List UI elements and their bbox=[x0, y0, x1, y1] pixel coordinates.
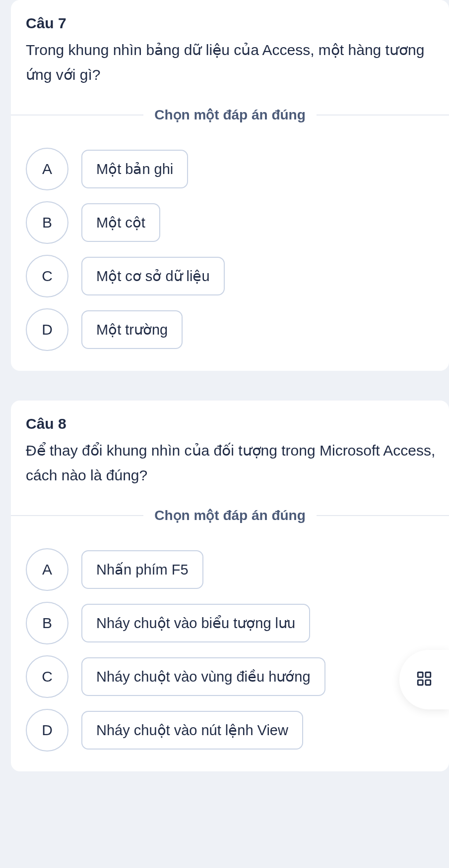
option-letter[interactable]: D bbox=[26, 308, 68, 351]
option-row[interactable]: B Một cột bbox=[26, 201, 449, 244]
divider-line bbox=[11, 115, 143, 116]
options-list: A Nhấn phím F5 B Nháy chuột vào biểu tượ… bbox=[26, 548, 449, 752]
option-row[interactable]: C Nháy chuột vào vùng điều hướng bbox=[26, 655, 449, 698]
prompt-label: Chọn một đáp án đúng bbox=[143, 507, 317, 523]
prompt-divider: Chọn một đáp án đúng bbox=[11, 507, 449, 523]
option-label[interactable]: Nhấn phím F5 bbox=[81, 550, 203, 589]
svg-rect-1 bbox=[426, 672, 431, 677]
option-row[interactable]: A Nhấn phím F5 bbox=[26, 548, 449, 591]
question-title: Câu 8 bbox=[26, 415, 449, 432]
divider-line bbox=[317, 515, 449, 516]
option-row[interactable]: C Một cơ sở dữ liệu bbox=[26, 255, 449, 297]
svg-rect-3 bbox=[426, 680, 431, 685]
svg-rect-2 bbox=[418, 680, 423, 685]
question-text: Để thay đổi khung nhìn của đối tượng tro… bbox=[26, 438, 449, 487]
option-label[interactable]: Nháy chuột vào biểu tượng lưu bbox=[81, 604, 310, 642]
option-letter[interactable]: A bbox=[26, 548, 68, 591]
divider-line bbox=[11, 515, 143, 516]
options-list: A Một bản ghi B Một cột C Một cơ sở dữ l… bbox=[26, 148, 449, 351]
prompt-label: Chọn một đáp án đúng bbox=[143, 107, 317, 123]
option-label[interactable]: Một bản ghi bbox=[81, 150, 188, 188]
question-card-7: Câu 7 Trong khung nhìn bảng dữ liệu của … bbox=[11, 0, 449, 371]
divider-line bbox=[317, 115, 449, 116]
option-row[interactable]: D Nháy chuột vào nút lệnh View bbox=[26, 709, 449, 752]
option-letter[interactable]: D bbox=[26, 709, 68, 752]
svg-rect-0 bbox=[418, 672, 423, 677]
option-row[interactable]: D Một trường bbox=[26, 308, 449, 351]
option-row[interactable]: B Nháy chuột vào biểu tượng lưu bbox=[26, 602, 449, 644]
option-label[interactable]: Nháy chuột vào vùng điều hướng bbox=[81, 657, 325, 696]
option-letter[interactable]: C bbox=[26, 255, 68, 297]
option-row[interactable]: A Một bản ghi bbox=[26, 148, 449, 190]
option-label[interactable]: Nháy chuột vào nút lệnh View bbox=[81, 711, 303, 750]
option-letter[interactable]: B bbox=[26, 201, 68, 244]
question-text: Trong khung nhìn bảng dữ liệu của Access… bbox=[26, 38, 449, 87]
option-letter[interactable]: A bbox=[26, 148, 68, 190]
option-label[interactable]: Một trường bbox=[81, 310, 183, 349]
prompt-divider: Chọn một đáp án đúng bbox=[11, 107, 449, 123]
question-card-8: Câu 8 Để thay đổi khung nhìn của đối tượ… bbox=[11, 401, 449, 771]
option-label[interactable]: Một cơ sở dữ liệu bbox=[81, 257, 225, 295]
option-letter[interactable]: B bbox=[26, 602, 68, 644]
option-letter[interactable]: C bbox=[26, 655, 68, 698]
option-label[interactable]: Một cột bbox=[81, 203, 160, 242]
grid-icon bbox=[416, 670, 433, 689]
question-title: Câu 7 bbox=[26, 15, 449, 32]
